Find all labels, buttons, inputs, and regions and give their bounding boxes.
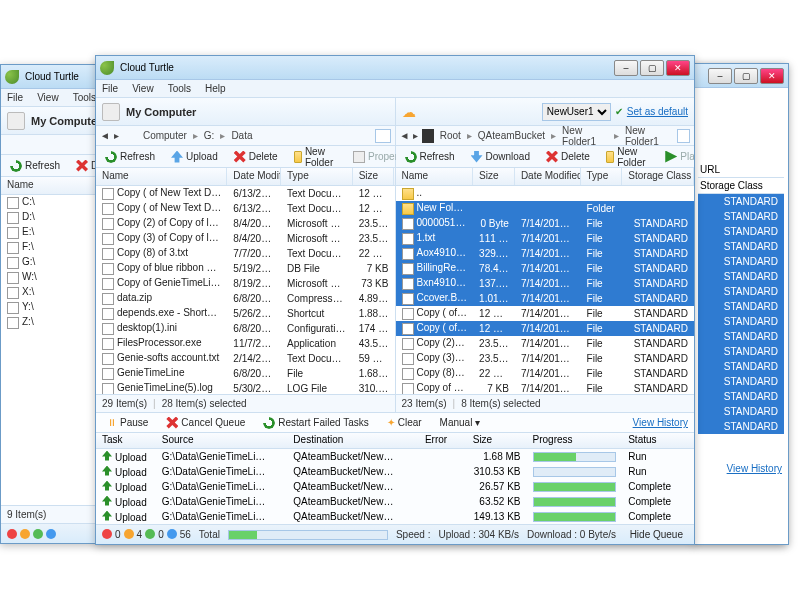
clear-button[interactable]: ✦Clear: [382, 415, 427, 430]
queue-headers[interactable]: TaskSourceDestinationErrorSizeProgressSt…: [96, 433, 694, 449]
table-row[interactable]: BillingReports(…78.47 KB7/14/2011 4:24…F…: [396, 261, 695, 276]
view-history-link[interactable]: View History: [727, 463, 782, 474]
table-row[interactable]: Copy of blue ri…7 KB7/14/2011 4:24…FileS…: [396, 381, 695, 394]
list-style-button[interactable]: [375, 129, 391, 143]
table-row[interactable]: GenieTimeLine6/8/20…File1.68 MB: [96, 366, 395, 381]
table-row[interactable]: Copy (3) of Copy of leikni…8/4/20…Micros…: [96, 231, 395, 246]
menu-help[interactable]: Help: [205, 83, 226, 94]
set-default-link[interactable]: Set as default: [627, 106, 688, 117]
refresh-button[interactable]: Refresh: [100, 149, 160, 165]
refresh-button[interactable]: Refresh: [400, 149, 460, 165]
table-row[interactable]: STANDARD: [698, 374, 784, 389]
queue-row[interactable]: UploadG:\Data\GenieTimeLi…QAteamBucket/N…: [96, 509, 694, 524]
crumb[interactable]: QAteamBucket: [476, 130, 547, 141]
restart-failed-button[interactable]: Restart Failed Tasks: [258, 415, 373, 431]
table-row[interactable]: Copy (3) of Co…23.5 KB7/14/2011 4:24…Fil…: [396, 351, 695, 366]
queue-row[interactable]: UploadG:\Data\GenieTimeLi…QAteamBucket/N…: [96, 479, 694, 494]
table-row[interactable]: Copy (2) of Co…23.5 KB7/14/2011 4:24…Fil…: [396, 336, 695, 351]
queue-row[interactable]: UploadG:\Data\GenieTimeLi…QAteamBucket/N…: [96, 449, 694, 464]
account-select[interactable]: NewUser1: [542, 103, 611, 121]
table-row[interactable]: 1.txt111 Byte7/14/2011 4:24…FileSTANDARD: [396, 231, 695, 246]
table-row[interactable]: data.zip6/8/20…Compressed (zipped) …4.89…: [96, 291, 395, 306]
remote-file-list[interactable]: ..New Folder2Folder00000518.TMP0 Byte7/1…: [396, 186, 695, 394]
titlebar[interactable]: Cloud Turtle – ▢ ✕: [96, 56, 694, 80]
view-history-link[interactable]: View History: [633, 417, 688, 428]
table-row[interactable]: Copy (8) of 3.txt22 Byte7/14/2011 4:24…F…: [396, 366, 695, 381]
queue-row[interactable]: UploadG:\Data\GenieTimeLi…QAteamBucket/N…: [96, 464, 694, 479]
menu-tools[interactable]: Tools: [168, 83, 191, 94]
table-row[interactable]: STANDARD: [698, 389, 784, 404]
table-row[interactable]: STANDARD: [698, 209, 784, 224]
hide-queue-button[interactable]: Hide Queue: [625, 527, 688, 542]
queue-rows[interactable]: UploadG:\Data\GenieTimeLi…QAteamBucket/N…: [96, 449, 694, 524]
new-folder-button[interactable]: New Folder: [289, 144, 342, 170]
column-headers[interactable]: NameDate ModifiedTypeSize: [96, 168, 395, 186]
table-row[interactable]: STANDARD: [698, 359, 784, 374]
table-row[interactable]: Copy ( of New…12 Byte7/14/2011 4:24…File…: [396, 321, 695, 336]
table-row[interactable]: Copy (2) of Copy of leikni…8/4/20…Micros…: [96, 216, 395, 231]
menubar: File View Tools Help: [96, 80, 694, 98]
table-row[interactable]: STANDARD: [698, 284, 784, 299]
crumb[interactable]: G:: [202, 130, 217, 141]
table-row[interactable]: New Folder2Folder: [396, 201, 695, 216]
table-row[interactable]: STANDARD: [698, 254, 784, 269]
refresh-button[interactable]: Refresh: [5, 158, 65, 174]
column-headers[interactable]: NameSizeDate ModifiedTypeStorage Class: [396, 168, 695, 186]
footer-bar: 0 4 0 56 Total Speed : Upload : 304 KB/s…: [96, 524, 694, 544]
upload-button[interactable]: Upload: [166, 149, 223, 165]
table-row[interactable]: STANDARD: [698, 299, 784, 314]
table-row[interactable]: STANDARD: [698, 404, 784, 419]
delete-button[interactable]: Delete: [541, 149, 595, 165]
maximize-button[interactable]: ▢: [734, 68, 758, 84]
address-bar[interactable]: ◄▸ Computer▸ G:▸ Data: [96, 126, 395, 146]
menu-view[interactable]: View: [132, 83, 154, 94]
table-row[interactable]: STANDARD: [698, 194, 784, 209]
play-button[interactable]: Play: [660, 149, 694, 165]
table-row[interactable]: Genie-softs account.txt2/14/2…Text Docum…: [96, 351, 395, 366]
table-row[interactable]: Copy of blue ribbon master…5/19/2…DB Fil…: [96, 261, 395, 276]
local-file-list[interactable]: Copy ( of New Text Docum…6/13/2…Text Doc…: [96, 186, 395, 394]
new-folder-button[interactable]: New Folder: [601, 144, 654, 170]
pause-button[interactable]: ⏸Pause: [102, 415, 153, 430]
table-row[interactable]: Bxn49102.jpg137.79 KB7/14/2011 4:24…File…: [396, 276, 695, 291]
table-row[interactable]: depends.exe - Shortcut.lnk5/26/2…Shortcu…: [96, 306, 395, 321]
cancel-queue-button[interactable]: Cancel Queue: [161, 415, 250, 431]
back-button[interactable]: ◄: [400, 130, 410, 141]
status-dot-pending: [124, 529, 134, 539]
table-row[interactable]: FilesProcessor.exe11/7/2…Application43.5…: [96, 336, 395, 351]
table-row[interactable]: Aox49102(1)…329.14 KB7/14/2011 4:24…File…: [396, 246, 695, 261]
table-row[interactable]: GenieTimeLine(5).log5/30/2…LOG File310.5…: [96, 381, 395, 394]
crumb[interactable]: Root: [438, 130, 463, 141]
table-row[interactable]: STANDARD: [698, 329, 784, 344]
table-row[interactable]: STANDARD: [698, 224, 784, 239]
table-row[interactable]: ..: [396, 186, 695, 201]
table-row[interactable]: 00000518.TMP0 Byte7/14/2011 4:24…FileSTA…: [396, 216, 695, 231]
table-row[interactable]: Copy of GenieTimeLine.cozy…8/19/2…Micros…: [96, 276, 395, 291]
table-row[interactable]: Ccover.BAT1.01 KB7/14/2011 4:24…FileSTAN…: [396, 291, 695, 306]
table-row[interactable]: Copy ( of New Text Docum…6/13/2…Text Doc…: [96, 186, 395, 201]
crumb[interactable]: Computer: [141, 130, 189, 141]
menu-file[interactable]: File: [102, 83, 118, 94]
table-row[interactable]: Copy ( of New Text Docum…6/13/2…Text Doc…: [96, 201, 395, 216]
table-row[interactable]: STANDARD: [698, 239, 784, 254]
close-button[interactable]: ✕: [760, 68, 784, 84]
table-row[interactable]: Copy ( of New…12 Byte7/14/2011 4:24…File…: [396, 306, 695, 321]
table-row[interactable]: desktop(1).ini6/8/20…Configuration setti…: [96, 321, 395, 336]
back-button[interactable]: ◄: [100, 130, 110, 141]
minimize-button[interactable]: –: [708, 68, 732, 84]
table-row[interactable]: STANDARD: [698, 419, 784, 434]
table-row[interactable]: STANDARD: [698, 269, 784, 284]
close-button[interactable]: ✕: [666, 60, 690, 76]
queue-row[interactable]: UploadG:\Data\GenieTimeLi…QAteamBucket/N…: [96, 494, 694, 509]
list-style-button[interactable]: [677, 129, 690, 143]
table-row[interactable]: Copy (8) of 3.txt7/7/20…Text Document22 …: [96, 246, 395, 261]
status-dot-total: [167, 529, 177, 539]
minimize-button[interactable]: –: [614, 60, 638, 76]
delete-button[interactable]: Delete: [229, 149, 283, 165]
table-row[interactable]: STANDARD: [698, 344, 784, 359]
crumb[interactable]: Data: [229, 130, 254, 141]
maximize-button[interactable]: ▢: [640, 60, 664, 76]
download-button[interactable]: Download: [466, 149, 535, 165]
table-row[interactable]: STANDARD: [698, 314, 784, 329]
mode-select[interactable]: Manual ▾: [435, 415, 486, 430]
